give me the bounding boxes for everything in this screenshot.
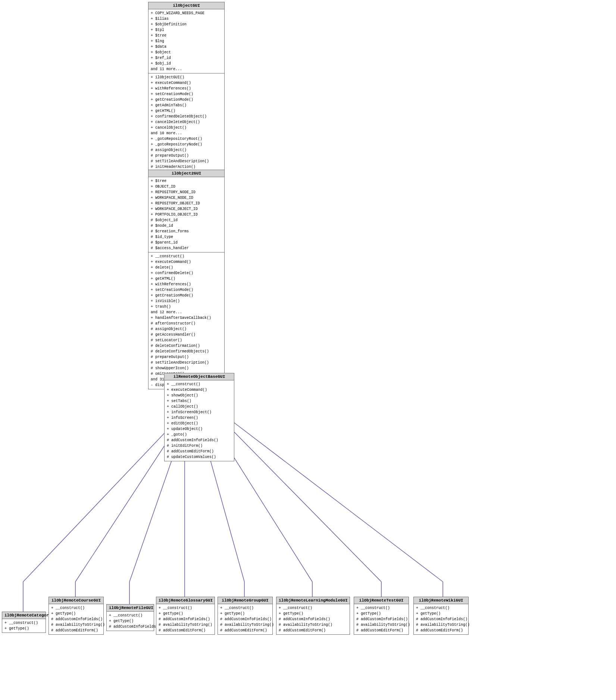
class-ilObjRemoteGroupGUI: ilObjRemoteGroupGUI + __construct() + ge… [218, 597, 273, 635]
class-methods-ilObjRemoteGroupGUI: + __construct() + getType() # addCustomI… [218, 604, 272, 634]
svg-line-27 [228, 418, 443, 582]
class-ilObject2GUI: ilObject2GUI + $tree + OBJECT_ID + REPOS… [148, 170, 225, 389]
class-attrs-ilObjectGUI: + COPY_WIZARD_NEEDS_PAGE + $ilias + $obj… [148, 9, 224, 73]
class-header-ilObjRemoteLearningModuleGUI: ilObjRemoteLearningModuleGUI [276, 597, 350, 604]
class-header-ilObjRemoteFileGUI: ilObjRemoteFileGUI [107, 605, 154, 612]
class-header-ilObject2GUI: ilObject2GUI [148, 170, 224, 177]
class-ilObjRemoteGlossaryGUI: ilObjRemoteGlossaryGUI + __construct() +… [156, 597, 215, 635]
class-header-ilObjectGUI: ilObjectGUI [148, 2, 224, 9]
class-header-ilObjRemoteGlossaryGUI: ilObjRemoteGlossaryGUI [156, 597, 215, 604]
class-methods-ilObject2GUI: + __construct() + executeCommand() + del… [148, 252, 224, 389]
diagram-container: ilObjectGUI + COPY_WIZARD_NEEDS_PAGE + $… [0, 0, 616, 700]
class-attrs-ilObject2GUI: + $tree + OBJECT_ID + REPOSITORY_NODE_ID… [148, 177, 224, 252]
class-header-ilObjRemoteGroupGUI: ilObjRemoteGroupGUI [218, 597, 272, 604]
class-ilObjRemoteCourseGUI: ilObjRemoteCourseGUI + __construct() + g… [49, 597, 104, 635]
class-methods-ilObjRemoteGlossaryGUI: + __construct() + getType() # addCustomI… [156, 604, 215, 634]
class-header-ilRemoteObjectBaseGUI: ilRemoteObjectBaseGUI [165, 373, 234, 380]
class-ilRemoteObjectBaseGUI: ilRemoteObjectBaseGUI + __construct() + … [164, 373, 234, 461]
class-ilObjRemoteFileGUI: ilObjRemoteFileGUI + __construct() + get… [106, 604, 154, 631]
class-ilObjRemoteLearningModuleGUI: ilObjRemoteLearningModuleGUI + __constru… [276, 597, 350, 635]
class-header-ilObjRemoteCourseGUI: ilObjRemoteCourseGUI [49, 597, 103, 604]
class-header-ilObjRemoteTestGUI: ilObjRemoteTestGUI [354, 597, 409, 604]
class-methods-ilObjRemoteWikiGUI: + __construct() + getType() # addCustomI… [414, 604, 468, 634]
class-methods-ilObjRemoteCategoryGUI: + __construct() + getType() [2, 619, 46, 632]
class-methods-ilObjRemoteTestGUI: + __construct() + getType() # addCustomI… [354, 604, 409, 634]
class-methods-ilObjRemoteFileGUI: + __construct() + getType() # addCustomI… [107, 612, 154, 631]
class-methods-ilObjRemoteLearningModuleGUI: + __construct() + getType() # addCustomI… [276, 604, 350, 634]
svg-line-24 [220, 418, 381, 582]
class-ilObjRemoteCategoryGUI: ilObjRemoteCategoryGUI + __construct() +… [2, 612, 46, 633]
class-header-ilObjRemoteCategoryGUI: ilObjRemoteCategoryGUI [2, 612, 46, 619]
svg-line-7 [23, 418, 179, 582]
class-ilObjRemoteWikiGUI: ilObjRemoteWikiGUI + __construct() + get… [413, 597, 469, 635]
class-methods-ilRemoteObjectBaseGUI: + __construct() + executeCommand() + sho… [165, 380, 234, 461]
class-methods-ilObjRemoteCourseGUI: + __construct() + getType() # addCustomI… [49, 604, 103, 634]
arrows-svg [0, 0, 616, 700]
class-header-ilObjRemoteWikiGUI: ilObjRemoteWikiGUI [414, 597, 468, 604]
class-ilObjRemoteTestGUI: ilObjRemoteTestGUI + __construct() + get… [354, 597, 409, 635]
